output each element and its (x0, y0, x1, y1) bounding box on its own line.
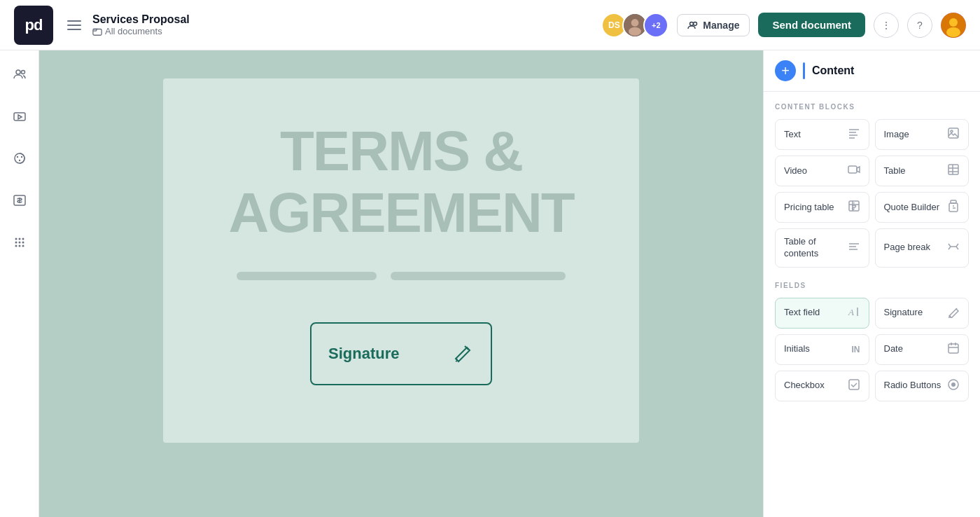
block-image[interactable]: Image (875, 119, 969, 150)
left-sidebar (0, 50, 39, 517)
panel-title: Content (812, 64, 854, 77)
folder-icon (92, 27, 102, 36)
fields-section: FIELDS Text field A Signature (775, 282, 969, 401)
signature-field-icon (947, 305, 960, 321)
block-table-label: Table (884, 165, 906, 177)
block-video-label: Video (784, 165, 807, 177)
sidebar-item-apps[interactable] (7, 230, 32, 255)
table-block-icon (947, 163, 960, 179)
image-block-icon (947, 127, 960, 142)
block-table-of-contents[interactable]: Table of contents (775, 228, 869, 268)
field-checkbox[interactable]: Checkbox (775, 371, 869, 401)
manage-button[interactable]: Manage (677, 14, 750, 36)
blue-bar (803, 62, 805, 79)
svg-point-27 (951, 130, 953, 132)
block-video[interactable]: Video (775, 156, 869, 186)
user-avatar[interactable] (941, 13, 966, 38)
user-avatar-icon (941, 13, 966, 38)
signature-box[interactable]: Signature (310, 322, 492, 385)
doc-title: Services Proposal (92, 13, 601, 26)
svg-point-5 (694, 22, 697, 25)
sidebar-item-pricing[interactable] (7, 188, 32, 213)
svg-point-23 (15, 245, 17, 247)
svg-rect-11 (14, 113, 25, 120)
svg-point-22 (22, 242, 24, 244)
svg-point-14 (20, 156, 22, 158)
people-icon (13, 67, 27, 81)
block-table[interactable]: Table (875, 156, 969, 186)
help-button[interactable]: ? (907, 13, 932, 38)
fields-label: FIELDS (775, 282, 969, 289)
document-watermark: TERMS & AGREEMENT (228, 120, 573, 244)
field-initials-label: Initials (784, 343, 810, 355)
fields-grid: Text field A Signature Initia (775, 298, 969, 401)
field-date-label: Date (884, 343, 903, 355)
main-content: TERMS & AGREEMENT Signature (0, 50, 980, 517)
checkbox-field-icon (848, 378, 860, 394)
block-quote-builder[interactable]: Quote Builder (875, 192, 969, 223)
svg-point-7 (949, 18, 958, 27)
sidebar-item-media[interactable] (7, 104, 32, 129)
logo-text: pd (25, 16, 43, 34)
avatar-count[interactable]: +2 (643, 13, 668, 38)
block-image-label: Image (884, 129, 909, 141)
block-page-break[interactable]: Page break (875, 228, 969, 268)
more-options-button[interactable]: ⋮ (874, 13, 899, 38)
pricing-table-icon (848, 200, 860, 215)
panel-body: CONTENT BLOCKS Text Image (764, 92, 980, 427)
send-document-button[interactable]: Send document (758, 13, 865, 37)
panel-header: + Content (764, 50, 980, 92)
topbar-right: DS +2 Manage Send document ⋮ ? (601, 13, 966, 38)
svg-rect-35 (948, 344, 958, 353)
block-pricing-table[interactable]: Pricing table (775, 192, 869, 223)
content-blocks-grid: Text Image Video (775, 119, 969, 268)
svg-text:A: A (848, 307, 854, 317)
svg-point-10 (21, 71, 24, 74)
sidebar-item-theme[interactable] (7, 146, 32, 171)
text-field-icon: A (848, 306, 860, 320)
svg-point-8 (946, 27, 960, 37)
svg-point-21 (18, 242, 20, 244)
hamburger-menu[interactable] (67, 20, 81, 30)
svg-point-38 (951, 382, 955, 387)
content-blocks-label: CONTENT BLOCKS (775, 103, 969, 111)
field-initials[interactable]: Initials IN (775, 334, 869, 365)
manage-icon (687, 20, 699, 31)
line-1 (237, 272, 377, 280)
svg-rect-36 (849, 380, 859, 390)
topbar: pd Services Proposal All documents DS +2 (0, 0, 980, 50)
field-text-field[interactable]: Text field A (775, 298, 869, 329)
page-break-icon (947, 240, 960, 256)
field-checkbox-label: Checkbox (784, 380, 825, 392)
field-signature[interactable]: Signature (875, 298, 969, 329)
line-2 (391, 272, 566, 280)
logo: pd (14, 6, 53, 45)
doc-breadcrumb: All documents (92, 26, 601, 36)
initials-field-icon: IN (852, 345, 860, 354)
video-block-icon (848, 163, 860, 179)
svg-point-20 (15, 242, 17, 244)
block-toc-label: Table of contents (784, 236, 848, 260)
block-quote-label: Quote Builder (884, 202, 940, 214)
block-pricing-label: Pricing table (784, 202, 834, 214)
theme-icon (13, 151, 27, 165)
svg-point-13 (16, 156, 18, 158)
field-signature-label: Signature (884, 307, 923, 319)
field-date[interactable]: Date (875, 334, 969, 365)
svg-point-17 (15, 238, 17, 240)
sidebar-item-people[interactable] (7, 62, 32, 87)
block-text[interactable]: Text (775, 119, 869, 150)
svg-point-15 (18, 160, 20, 161)
field-radio-label: Radio Buttons (884, 380, 941, 392)
field-text-label: Text field (784, 307, 820, 319)
document-page: TERMS & AGREEMENT Signature (163, 78, 639, 443)
add-content-button[interactable]: + (775, 60, 796, 81)
document-lines (191, 272, 611, 280)
svg-point-18 (18, 238, 20, 240)
svg-point-24 (18, 245, 20, 247)
apps-icon (13, 235, 27, 249)
svg-rect-29 (948, 165, 958, 174)
media-icon (13, 109, 27, 123)
block-page-break-label: Page break (884, 242, 931, 254)
field-radio-buttons[interactable]: Radio Buttons (875, 371, 969, 401)
